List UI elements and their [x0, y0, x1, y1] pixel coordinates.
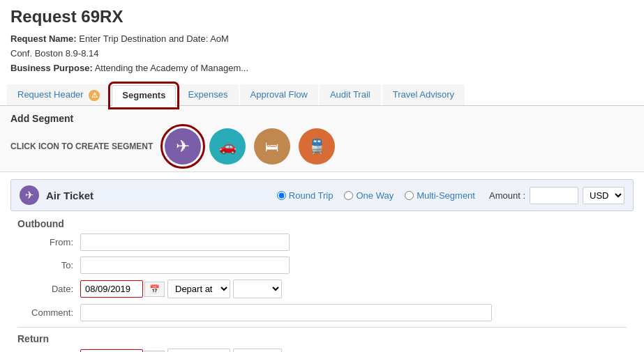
- tab-request-header[interactable]: Request Header ⚠: [7, 84, 110, 105]
- tabs-bar: Request Header ⚠ Segments Expenses Appro…: [0, 84, 644, 106]
- trip-type-radio-group: Round Trip One Way Multi-Segment: [277, 190, 475, 201]
- outbound-date-row: Date: 📅 Depart at Morning Afternoon Even…: [17, 280, 627, 298]
- conf-value: Conf. Boston 8.9-8.14: [10, 48, 98, 59]
- outbound-time-select[interactable]: [233, 280, 282, 298]
- return-time-select[interactable]: [233, 349, 282, 352]
- airplane-icon-button[interactable]: ✈: [165, 128, 201, 164]
- from-input[interactable]: [80, 234, 290, 251]
- to-row: To:: [17, 257, 627, 274]
- outbound-date-input[interactable]: [80, 280, 143, 298]
- amount-label: Amount :: [489, 190, 525, 201]
- outbound-date-calendar-button[interactable]: 📅: [144, 282, 165, 297]
- request-name-label: Request Name:: [10, 33, 77, 44]
- outbound-date-label: Date:: [17, 284, 80, 294]
- to-input[interactable]: [80, 257, 290, 274]
- hotel-icon-button[interactable]: 🛏: [254, 128, 290, 164]
- one-way-label: One Way: [356, 190, 394, 201]
- tab-segments[interactable]: Segments: [112, 85, 176, 106]
- multi-segment-label: Multi-Segment: [417, 190, 475, 201]
- page-container: Request 69RX Request Name: Enter Trip De…: [0, 0, 644, 352]
- tab-expenses[interactable]: Expenses: [177, 84, 238, 105]
- comment-row: Comment:: [17, 304, 627, 321]
- multi-segment-option[interactable]: Multi-Segment: [405, 190, 475, 201]
- outbound-body: Outbound From: To: Date: 📅 Depart at Mor…: [10, 218, 634, 352]
- warning-badge: ⚠: [89, 90, 100, 101]
- click-icon-label: CLICK ICON TO CREATE SEGMENT: [10, 141, 153, 151]
- tab-audit-trail[interactable]: Audit Trail: [320, 84, 381, 105]
- section-divider: [17, 327, 627, 328]
- return-depart-select[interactable]: Depart at Morning Afternoon Evening: [167, 349, 230, 352]
- air-ticket-header: ✈ Air Ticket Round Trip One Way Multi-Se…: [10, 179, 634, 211]
- outbound-depart-select[interactable]: Depart at Morning Afternoon Evening: [167, 280, 230, 298]
- page-header: Request 69RX Request Name: Enter Trip De…: [0, 0, 644, 79]
- segment-icons-row: CLICK ICON TO CREATE SEGMENT ✈ 🚗 🛏 🚆: [10, 128, 634, 164]
- air-ticket-label: Air Ticket: [46, 190, 270, 201]
- air-ticket-section: ✈ Air Ticket Round Trip One Way Multi-Se…: [0, 172, 644, 352]
- round-trip-option[interactable]: Round Trip: [277, 190, 334, 201]
- from-row: From:: [17, 234, 627, 251]
- add-segment-section: Add Segment CLICK ICON TO CREATE SEGMENT…: [0, 106, 644, 172]
- business-purpose-value: Attending the Academy of Managem...: [95, 63, 248, 73]
- comment-label: Comment:: [17, 307, 80, 318]
- comment-input[interactable]: [80, 304, 492, 321]
- page-title: Request 69RX: [10, 7, 634, 26]
- air-ticket-icon: ✈: [20, 185, 39, 205]
- one-way-option[interactable]: One Way: [344, 190, 394, 201]
- request-name-value: Enter Trip Destination and Date: AoM: [79, 33, 229, 44]
- multi-segment-radio[interactable]: [405, 191, 414, 200]
- one-way-radio[interactable]: [344, 191, 353, 200]
- meta-info: Request Name: Enter Trip Destination and…: [10, 32, 634, 75]
- round-trip-radio[interactable]: [277, 191, 286, 200]
- return-date-input[interactable]: [80, 349, 143, 352]
- business-purpose-label: Business Purpose:: [10, 63, 93, 73]
- from-label: From:: [17, 237, 80, 247]
- tab-travel-advisory[interactable]: Travel Advisory: [382, 84, 465, 105]
- return-title: Return: [17, 333, 627, 344]
- return-date-row: Date: 📅 Depart at Morning Afternoon Even…: [17, 349, 627, 352]
- amount-group: Amount : USD EUR GBP: [489, 187, 624, 204]
- car-icon-button[interactable]: 🚗: [209, 128, 246, 164]
- amount-input[interactable]: [530, 187, 578, 204]
- train-icon-button[interactable]: 🚆: [299, 128, 335, 164]
- tab-approval-flow[interactable]: Approval Flow: [240, 84, 318, 105]
- add-segment-title: Add Segment: [10, 113, 634, 124]
- currency-select[interactable]: USD EUR GBP: [583, 187, 624, 204]
- to-label: To:: [17, 260, 80, 270]
- outbound-title: Outbound: [17, 218, 627, 229]
- round-trip-label: Round Trip: [289, 190, 334, 201]
